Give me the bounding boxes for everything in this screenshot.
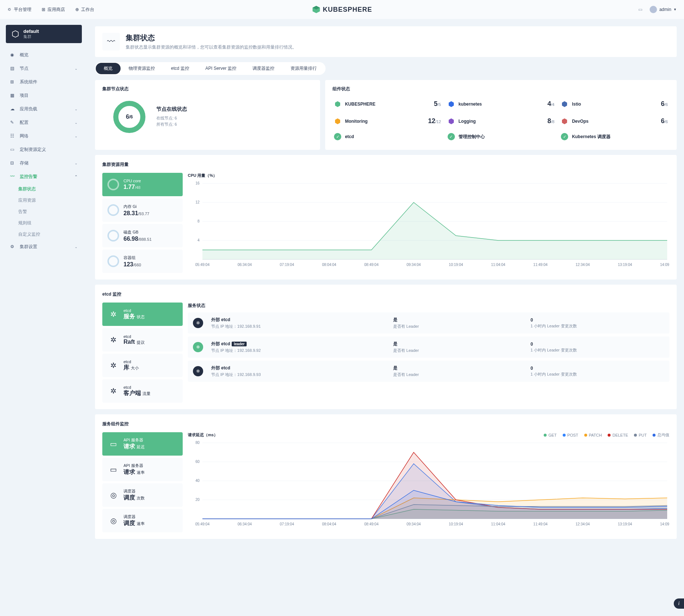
etcd-tab[interactable]: ✲etcd库 大小 xyxy=(102,354,183,377)
nav-workload[interactable]: ☁应用负载⌄ xyxy=(6,102,82,116)
svg-text:05:49:04: 05:49:04 xyxy=(195,522,210,526)
nav-sub-item[interactable]: 自定义监控 xyxy=(18,229,82,240)
svg-text:16: 16 xyxy=(195,181,200,185)
component-status-card: 组件状态 KUBESPHERE5/5kubernetes4/4Istio6/6M… xyxy=(325,80,677,150)
node-ratio-ring: 6/6 xyxy=(113,101,145,133)
component-row[interactable]: Monitoring12/12 xyxy=(332,114,442,128)
platform-nav[interactable]: ⛭ 平台管理 xyxy=(7,7,31,13)
component-icon xyxy=(334,100,341,108)
legend-item: 总均值 xyxy=(653,432,669,438)
svg-marker-7 xyxy=(449,118,454,124)
svg-marker-5 xyxy=(562,101,567,107)
svg-text:07:19:04: 07:19:04 xyxy=(280,263,294,267)
ring-icon xyxy=(107,255,119,267)
workbench-nav[interactable]: ⊕ 工作台 xyxy=(75,7,94,13)
nav-monitor[interactable]: 〰监控告警⌃ xyxy=(6,170,82,183)
etcd-node-icon: ✲ xyxy=(193,366,203,376)
tab-1[interactable]: 物理资源监控 xyxy=(121,63,163,74)
resource-tab[interactable]: 内存 Gi28.31/93.77 xyxy=(102,198,183,222)
brand-logo[interactable]: KUBESPHERE xyxy=(312,5,372,14)
tab-0[interactable]: 概览 xyxy=(96,63,121,74)
component-row[interactable]: KUBESPHERE5/5 xyxy=(332,97,442,111)
component-status-row[interactable]: ✓管理控制中心 xyxy=(446,130,556,143)
nav-sub-item[interactable]: 告警 xyxy=(18,206,82,217)
svg-text:08:04:04: 08:04:04 xyxy=(322,263,336,267)
docs-icon[interactable]: ▭ xyxy=(638,7,642,12)
gear-icon: ✲ xyxy=(107,385,119,397)
ring-icon xyxy=(107,204,119,216)
nav-sub-item[interactable]: 集群状态 xyxy=(18,183,82,195)
component-row[interactable]: kubernetes4/4 xyxy=(446,97,556,111)
component-icon xyxy=(561,118,568,125)
chevron-down-icon: ⌄ xyxy=(75,245,77,249)
kubesphere-icon xyxy=(312,5,320,14)
resource-tab[interactable]: CPU core1.77/48 xyxy=(102,173,183,196)
etcd-node-icon: ✲ xyxy=(193,318,203,328)
legend-item: POST xyxy=(563,433,578,437)
component-status-row[interactable]: ✓Kubernetes 调度器 xyxy=(559,130,669,143)
svc-tab[interactable]: ▭API 服务器请求 延迟 xyxy=(102,432,183,456)
svg-text:4: 4 xyxy=(197,238,200,242)
svc-tab[interactable]: ▭API 服务器请求 速率 xyxy=(102,458,183,481)
etcd-tab[interactable]: ✲etcd客户端 流量 xyxy=(102,379,183,403)
legend-item: DELETE xyxy=(608,433,628,437)
svg-text:09:34:04: 09:34:04 xyxy=(407,263,421,267)
resource-tab[interactable]: 磁盘 GB66.98/888.51 xyxy=(102,224,183,247)
nav-sub-item[interactable]: 应用资源 xyxy=(18,195,82,206)
check-icon: ✓ xyxy=(561,133,568,140)
nav-crd[interactable]: ▭定制资源定义 xyxy=(6,143,82,156)
workload-icon: ☁ xyxy=(10,106,16,112)
svg-marker-6 xyxy=(335,118,340,124)
etcd-tab[interactable]: ✲etcd服务 状态 xyxy=(102,303,183,326)
etcd-service-row: ✲ 外部 etcdleader节点 IP 地址：192.168.9.92 是是否… xyxy=(188,336,669,358)
nav-components[interactable]: ⊞系统组件 xyxy=(6,75,82,89)
svc-tab[interactable]: ◎调度器调度 次数 xyxy=(102,483,183,507)
user-menu[interactable]: admin ▼ xyxy=(650,6,677,13)
tab-4[interactable]: 调度器监控 xyxy=(244,63,282,74)
tab-2[interactable]: etcd 监控 xyxy=(163,63,197,74)
nav-dashboard[interactable]: ◉概览 xyxy=(6,48,82,62)
help-fab[interactable]: i xyxy=(674,598,684,609)
svg-text:13:19:04: 13:19:04 xyxy=(618,263,632,267)
component-row[interactable]: DevOps6/6 xyxy=(559,114,669,128)
nav-project[interactable]: ▦项目 xyxy=(6,89,82,102)
chevron-up-icon: ⌃ xyxy=(75,175,77,179)
legend-item: GET xyxy=(544,433,557,437)
svg-marker-8 xyxy=(562,118,567,124)
nav-config[interactable]: ✎配置⌄ xyxy=(6,116,82,129)
nav-storage[interactable]: ⊟存储⌄ xyxy=(6,156,82,170)
nav-network[interactable]: ☷网络⌄ xyxy=(6,129,82,143)
check-icon: ✓ xyxy=(448,133,455,140)
gear-icon: ⛭ xyxy=(7,7,12,12)
svc-tab[interactable]: ◎调度器调度 速率 xyxy=(102,509,183,532)
svg-text:8: 8 xyxy=(197,219,200,223)
tab-3[interactable]: API Server 监控 xyxy=(197,63,244,74)
resource-tab[interactable]: 容器组123/660 xyxy=(102,250,183,273)
cluster-selector[interactable]: default 集群 xyxy=(6,25,82,43)
components-icon: ⊞ xyxy=(10,79,16,85)
svc-icon: ◎ xyxy=(107,515,119,526)
ring-icon xyxy=(107,230,119,242)
nav-settings[interactable]: ⚙集群设置⌄ xyxy=(6,240,82,254)
svg-marker-2 xyxy=(12,31,18,37)
svg-text:05:49:04: 05:49:04 xyxy=(195,263,210,267)
svg-text:14:09:04: 14:09:04 xyxy=(660,522,669,526)
nav-nodes[interactable]: ▤节点⌄ xyxy=(6,62,82,75)
component-row[interactable]: Logging8/8 xyxy=(446,114,556,128)
cpu-usage-chart: 48121605:49:0406:34:0407:19:0408:04:0408… xyxy=(188,181,669,269)
chevron-down-icon: ⌄ xyxy=(75,66,77,71)
cluster-status-icon: 〰 xyxy=(102,33,120,50)
component-status-row[interactable]: ✓etcd xyxy=(332,130,442,143)
check-icon: ✓ xyxy=(334,133,341,140)
component-row[interactable]: Istio6/6 xyxy=(559,97,669,111)
svc-icon: ▭ xyxy=(107,464,119,475)
svg-text:10:19:04: 10:19:04 xyxy=(449,263,463,267)
svg-text:40: 40 xyxy=(195,479,200,483)
etcd-tab[interactable]: ✲etcdRaft 提议 xyxy=(102,328,183,351)
gear-icon: ✲ xyxy=(107,360,119,371)
appstore-nav[interactable]: ⊞ 应用商店 xyxy=(42,7,65,13)
tab-5[interactable]: 资源用量排行 xyxy=(282,63,325,74)
svg-marker-4 xyxy=(449,101,454,107)
nav-sub-item[interactable]: 规则组 xyxy=(18,217,82,229)
svg-text:10:19:04: 10:19:04 xyxy=(449,522,463,526)
